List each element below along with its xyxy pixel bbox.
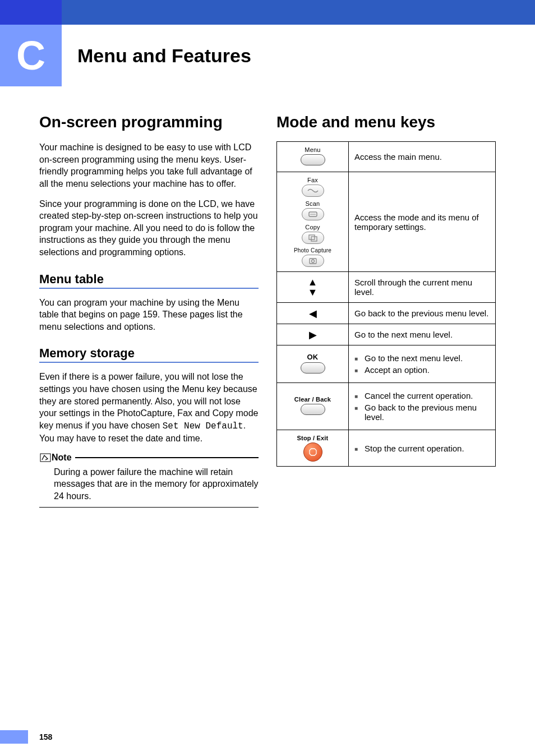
clear-back-key-cell: Clear / Back xyxy=(277,383,349,430)
table-row: ▲ ▼ Scroll through the current menu leve… xyxy=(277,272,496,303)
photo-capture-label: Photo Capture xyxy=(294,247,331,253)
table-row: Stop / Exit Stop the current operation. xyxy=(277,430,496,467)
page-number: 158 xyxy=(39,732,52,741)
fax-label: Fax xyxy=(307,177,318,183)
list-item: Cancel the current operation. xyxy=(354,391,490,400)
up-down-desc: Scroll through the current menu level. xyxy=(349,272,496,303)
clear-back-label: Clear / Back xyxy=(279,396,346,403)
mode-keys-cell: Fax Scan xyxy=(277,172,349,272)
table-row: ▶ Go to the next menu level. xyxy=(277,324,496,345)
svg-rect-4 xyxy=(311,237,317,241)
header-bar xyxy=(0,0,535,25)
stop-exit-desc: Stop the current operation. xyxy=(349,430,496,467)
table-row: OK Go to the next menu level. Accept an … xyxy=(277,345,496,383)
photo-capture-icon xyxy=(302,255,324,267)
note-line xyxy=(75,457,259,458)
ok-key-cell: OK xyxy=(277,345,349,383)
scan-label: Scan xyxy=(306,200,320,207)
heading-underline xyxy=(39,362,259,363)
right-key-cell: ▶ xyxy=(277,324,349,345)
table-row: Menu Access the main menu. xyxy=(277,142,496,172)
fax-icon xyxy=(302,185,324,197)
left-key-desc: Go back to the previous menu level. xyxy=(349,303,496,324)
table-row: Clear / Back Cancel the current operatio… xyxy=(277,383,496,430)
list-item: Stop the current operation. xyxy=(354,444,490,453)
copy-icon xyxy=(302,232,324,244)
scan-icon xyxy=(302,208,324,220)
left-column: On-screen programming Your machine is de… xyxy=(39,113,259,508)
left-key-cell: ◀ xyxy=(277,303,349,324)
section-heading-mode-keys: Mode and menu keys xyxy=(276,113,496,131)
mode-keys-desc: Access the mode and its menu of temporar… xyxy=(349,172,496,272)
menu-button-icon xyxy=(301,154,325,165)
note-block: Note During a power failure the machine … xyxy=(39,453,259,508)
paragraph: Since your programming is done on the LC… xyxy=(39,198,259,259)
chapter-title: Menu and Features xyxy=(77,45,251,67)
chapter-letter-badge: C xyxy=(0,25,62,86)
ok-button-icon xyxy=(301,362,325,374)
section-heading-onscreen: On-screen programming xyxy=(39,113,259,131)
sub-heading-memory-storage: Memory storage xyxy=(39,346,259,361)
svg-rect-0 xyxy=(40,454,50,462)
footer-tab xyxy=(0,730,28,744)
chapter-header: C Menu and Features xyxy=(0,25,535,86)
arrow-left-icon: ◀ xyxy=(309,308,317,319)
list-item: Go to the next menu level. xyxy=(354,353,490,363)
arrow-up-icon: ▲ xyxy=(279,277,346,287)
ok-desc: Go to the next menu level. Accept an opt… xyxy=(349,345,496,383)
paragraph: Even if there is a power failure, you wi… xyxy=(39,371,259,445)
arrow-down-icon: ▼ xyxy=(279,287,346,297)
menu-key-cell: Menu xyxy=(277,142,349,172)
up-down-key-cell: ▲ ▼ xyxy=(277,272,349,303)
svg-rect-3 xyxy=(309,235,315,239)
list-item: Go back to the previous menu level. xyxy=(354,403,490,422)
ok-label: OK xyxy=(279,353,346,361)
menu-key-desc: Access the main menu. xyxy=(349,142,496,172)
stop-button-icon xyxy=(303,442,322,462)
stop-exit-key-cell: Stop / Exit xyxy=(277,430,349,467)
table-row: ◀ Go back to the previous menu level. xyxy=(277,303,496,324)
stop-exit-label: Stop / Exit xyxy=(279,435,346,441)
page-footer: 158 xyxy=(0,730,52,744)
heading-underline xyxy=(39,288,259,289)
copy-label: Copy xyxy=(305,224,320,231)
right-key-desc: Go to the next menu level. xyxy=(349,324,496,345)
clear-back-button-icon xyxy=(301,404,325,415)
menu-key-label: Menu xyxy=(279,146,346,153)
arrow-right-icon: ▶ xyxy=(309,329,317,340)
paragraph: Your machine is designed to be easy to u… xyxy=(39,141,259,190)
svg-marker-7 xyxy=(310,449,316,455)
table-row: Fax Scan xyxy=(277,172,496,272)
sub-heading-menu-table: Menu table xyxy=(39,272,259,287)
list-item: Accept an option. xyxy=(354,365,490,375)
note-body: During a power failure the machine will … xyxy=(39,463,259,507)
svg-point-6 xyxy=(311,260,314,262)
clear-back-desc: Cancel the current operation. Go back to… xyxy=(349,383,496,430)
note-icon xyxy=(39,453,52,463)
right-column: Mode and menu keys Menu Access the main … xyxy=(276,113,496,508)
note-bottom-line xyxy=(39,507,259,508)
paragraph: You can program your machine by using th… xyxy=(39,297,259,333)
monospace-text: Set New Default xyxy=(163,421,243,431)
note-label: Note xyxy=(52,453,72,463)
keys-table: Menu Access the main menu. Fax xyxy=(276,141,496,467)
